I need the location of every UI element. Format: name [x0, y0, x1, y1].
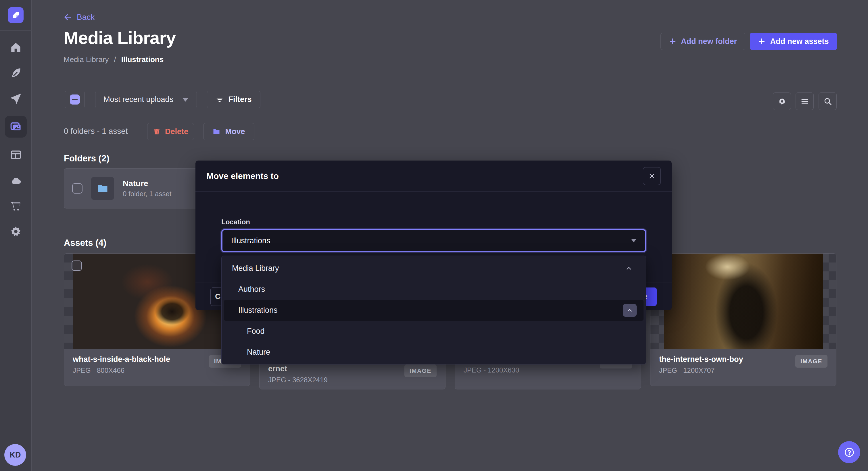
breadcrumb-parent[interactable]: Media Library — [64, 55, 109, 64]
collapse-folder-button[interactable] — [623, 304, 637, 317]
close-modal-button[interactable] — [643, 167, 661, 185]
folder-meta: 0 folder, 1 asset — [123, 190, 171, 198]
plus-icon — [669, 38, 676, 45]
location-select[interactable]: Illustrations — [221, 229, 646, 252]
search-button[interactable] — [818, 93, 837, 110]
cart-icon — [10, 200, 22, 212]
home-icon — [10, 41, 22, 54]
filter-icon — [216, 96, 224, 104]
menu-option-media-library[interactable]: Media Library — [224, 258, 644, 279]
breadcrumb-separator: / — [114, 55, 116, 64]
sidebar-item-home[interactable] — [5, 39, 27, 56]
filters-label: Filters — [228, 95, 251, 104]
indeterminate-checkbox — [70, 95, 80, 105]
asset-type-badge: IMAGE — [795, 355, 828, 368]
back-link[interactable]: Back — [64, 13, 95, 22]
modal-header: Move elements to — [195, 161, 672, 192]
chevron-down-icon — [182, 98, 189, 102]
library-photo-image — [664, 254, 823, 349]
folder-texts: Nature 0 folder, 1 asset — [123, 179, 171, 198]
sidebar-item-media-library[interactable] — [5, 116, 27, 138]
add-new-assets-button[interactable]: Add new assets — [750, 33, 837, 50]
gear-icon — [9, 225, 22, 238]
assets-heading: Assets (4) — [64, 238, 106, 248]
modal-title: Move elements to — [206, 171, 279, 181]
folder-checkbox[interactable] — [72, 183, 83, 194]
menu-option-label: Food — [247, 327, 265, 336]
page-title: Media Library — [64, 28, 176, 48]
layout-icon — [10, 149, 22, 161]
move-label: Move — [225, 127, 245, 136]
asset-checkbox[interactable] — [71, 261, 82, 271]
sidebar-item-marketplace[interactable] — [5, 198, 27, 214]
menu-option-label: Media Library — [232, 264, 279, 273]
chevron-down-icon — [631, 239, 636, 242]
location-select-value: Illustrations — [231, 236, 271, 245]
menu-option-illustrations[interactable]: Illustrations — [224, 300, 644, 321]
folder-thumb — [91, 177, 114, 200]
cloud-icon — [9, 174, 22, 187]
sidebar: KD — [0, 0, 32, 471]
sidebar-item-settings[interactable] — [5, 223, 27, 240]
asset-meta: JPEG - 800X466 — [73, 366, 241, 374]
selection-summary: 0 folders - 1 asset — [64, 127, 128, 136]
menu-option-label: Nature — [247, 348, 270, 357]
location-label: Location — [221, 218, 250, 226]
help-button[interactable] — [838, 441, 860, 463]
sidebar-item-content-type-builder[interactable] — [5, 146, 27, 163]
trash-icon — [153, 128, 160, 135]
asset-type-badge: IMAGE — [404, 365, 437, 377]
folder-icon — [212, 128, 220, 136]
add-new-folder-button[interactable]: Add new folder — [660, 33, 745, 50]
back-label: Back — [77, 13, 95, 22]
menu-option-authors[interactable]: Authors — [224, 279, 644, 300]
sidebar-item-deploy[interactable] — [5, 172, 27, 189]
filters-button[interactable]: Filters — [207, 91, 260, 108]
location-dropdown-menu: Media Library Authors Illustrations Food… — [221, 256, 646, 365]
select-all-checkbox[interactable] — [65, 91, 85, 108]
add-new-folder-label: Add new folder — [681, 37, 737, 46]
menu-option-label: Authors — [238, 285, 265, 294]
move-button[interactable]: Move — [203, 123, 254, 140]
add-new-assets-label: Add new assets — [770, 37, 829, 46]
user-avatar[interactable]: KD — [4, 444, 26, 466]
delete-button[interactable]: Delete — [147, 123, 194, 140]
asset-card-footer: the-internet-s-own-boy JPEG - 1200X707 I… — [650, 349, 836, 381]
sort-dropdown[interactable]: Most recent uploads — [95, 91, 197, 108]
feather-icon — [10, 67, 22, 79]
strapi-logo[interactable] — [8, 7, 24, 23]
folder-name: Nature — [123, 179, 171, 188]
asset-meta: JPEG - 3628X2419 — [268, 376, 437, 384]
paper-plane-icon — [10, 93, 22, 105]
help-icon — [843, 446, 855, 458]
breadcrumb: Media Library / Illustrations — [64, 55, 163, 64]
search-icon — [824, 97, 832, 106]
plus-icon — [758, 38, 765, 45]
sort-value: Most recent uploads — [103, 95, 173, 104]
sidebar-item-content-manager[interactable] — [5, 65, 27, 81]
breadcrumb-current: Illustrations — [121, 55, 163, 64]
gear-icon — [778, 97, 786, 106]
sidebar-divider-bottom — [0, 440, 32, 440]
menu-option-food[interactable]: Food — [224, 321, 644, 342]
chevron-up-icon[interactable] — [625, 265, 632, 272]
strapi-logo-icon — [11, 11, 20, 20]
chevron-up-icon — [626, 307, 633, 314]
folders-heading: Folders (2) — [64, 154, 109, 164]
media-library-app: KD Back Media Library Media Library / Il… — [0, 0, 868, 471]
list-icon — [801, 97, 809, 106]
menu-option-nature[interactable]: Nature — [224, 342, 644, 363]
list-view-button[interactable] — [796, 93, 814, 110]
menu-option-label: Illustrations — [238, 306, 278, 315]
media-library-icon — [9, 120, 22, 133]
delete-label: Delete — [165, 127, 188, 136]
asset-thumbnail — [650, 254, 836, 349]
close-icon — [648, 173, 655, 179]
view-settings-button[interactable] — [773, 93, 791, 110]
folder-icon — [96, 182, 109, 195]
arrow-left-icon — [64, 13, 72, 22]
sidebar-item-releases[interactable] — [5, 90, 27, 107]
asset-meta: JPEG - 1200X707 — [659, 366, 828, 374]
asset-card[interactable]: the-internet-s-own-boy JPEG - 1200X707 I… — [650, 253, 836, 386]
